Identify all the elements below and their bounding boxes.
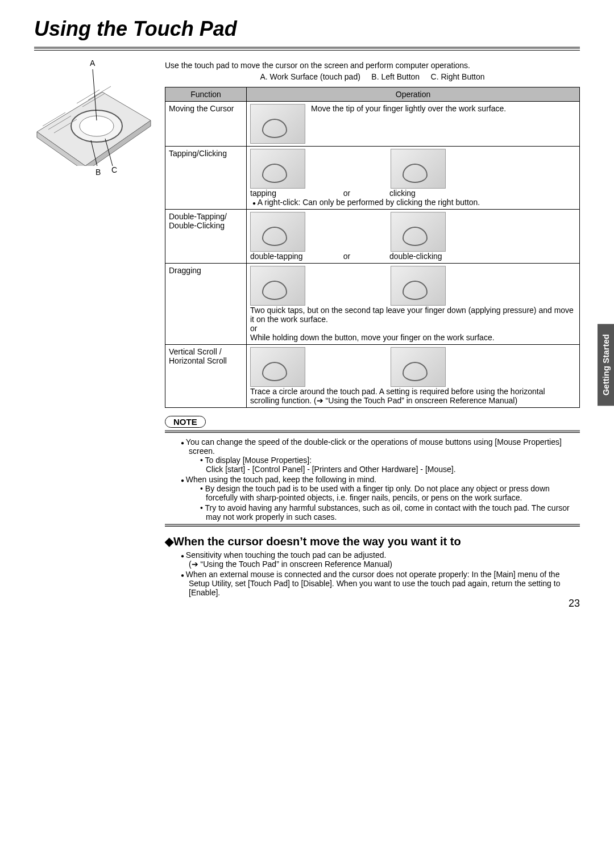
func-cell: Dragging	[165, 264, 247, 345]
diagram-label-c: C	[111, 165, 117, 174]
table-row: Double-Tapping/ Double-Clicking double-t…	[165, 210, 580, 264]
note-subitem: By design the touch pad is to be used wi…	[200, 484, 580, 502]
note-subitem: Try to avoid having any harmful substanc…	[200, 503, 580, 521]
note-text: Click [start] - [Control Panel] - [Print…	[206, 465, 456, 474]
legend-b: B. Left Button	[371, 72, 420, 81]
or-text: or	[310, 252, 384, 261]
note-item: When using the touch pad, keep the follo…	[181, 475, 580, 521]
op-cell: Trace a circle around the touch pad. A s…	[247, 345, 580, 408]
sub-item: When an external mouse is connected and …	[181, 570, 580, 597]
page-title: Using the Touch Pad	[34, 17, 580, 41]
function-table: Function Operation Moving the Cursor Mov…	[165, 87, 580, 408]
th-operation: Operation	[247, 87, 580, 102]
touchpad-thumb	[391, 347, 446, 387]
sub-ref: (➔ “Using the Touch Pad” in onscreen Ref…	[189, 560, 392, 569]
diagram-label-a: A	[90, 59, 95, 68]
table-row: Moving the Cursor Move the tip of your f…	[165, 102, 580, 147]
note-rule	[165, 524, 580, 527]
note-list: You can change the speed of the double-c…	[181, 437, 580, 521]
touchpad-thumb	[250, 149, 305, 189]
th-function: Function	[165, 87, 247, 102]
touchpad-thumb	[250, 266, 305, 306]
op-desc: While holding down the button, move your…	[250, 333, 576, 342]
title-underline	[34, 47, 580, 51]
op-cell: double-tapping or double-clicking	[247, 210, 580, 264]
table-row: Tapping/Clicking tapping or clicking A r…	[165, 147, 580, 210]
or-text: or	[250, 324, 576, 333]
op-cell: Move the tip of your finger lightly over…	[247, 102, 580, 147]
caption: double-clicking	[389, 252, 443, 261]
legend-a: A. Work Surface (touch pad)	[260, 72, 360, 81]
touchpad-thumb	[391, 266, 446, 306]
note-subitem: To display [Mouse Properties]: Click [st…	[200, 456, 580, 474]
touchpad-thumb	[391, 212, 446, 252]
right-click-note: A right-click: Can only be performed by …	[250, 198, 576, 207]
page-number: 23	[569, 598, 580, 610]
touchpad-svg	[34, 69, 154, 166]
func-cell: Double-Tapping/ Double-Clicking	[165, 210, 247, 264]
note-item: You can change the speed of the double-c…	[181, 437, 580, 474]
note-label: NOTE	[165, 416, 206, 428]
intro-text: Use the touch pad to move the cursor on …	[165, 61, 580, 70]
caption: clicking	[389, 189, 443, 198]
note-rule	[165, 430, 580, 433]
sub-item: Sensitivity when touching the touch pad …	[181, 550, 580, 569]
op-cell: tapping or clicking A right-click: Can o…	[247, 147, 580, 210]
sub-heading: When the cursor doesn’t move the way you…	[165, 535, 580, 548]
op-desc: Two quick taps, but on the second tap le…	[250, 306, 576, 324]
note-text: You can change the speed of the double-c…	[186, 437, 562, 456]
caption: tapping	[250, 189, 304, 198]
op-desc: Trace a circle around the touch pad. A s…	[250, 387, 576, 405]
side-tab: Getting Started	[598, 324, 614, 406]
op-cell: Two quick taps, but on the second tap le…	[247, 264, 580, 345]
touchpad-thumb	[250, 212, 305, 252]
func-cell: Vertical Scroll / Horizontal Scroll	[165, 345, 247, 408]
note-text: When using the touch pad, keep the follo…	[186, 475, 376, 484]
func-cell: Tapping/Clicking	[165, 147, 247, 210]
op-desc: Move the tip of your finger lightly over…	[311, 104, 506, 113]
sub-text: Sensitivity when touching the touch pad …	[186, 550, 387, 560]
table-row: Dragging Two quick taps, but on the seco…	[165, 264, 580, 345]
table-row: Vertical Scroll / Horizontal Scroll Trac…	[165, 345, 580, 408]
touchpad-diagram: A B C	[34, 61, 154, 598]
touchpad-thumb	[250, 347, 305, 387]
diagram-label-b: B	[96, 168, 101, 177]
legend-c: C. Right Button	[431, 72, 485, 81]
touchpad-thumb	[250, 104, 305, 144]
or-text: or	[310, 189, 384, 198]
func-cell: Moving the Cursor	[165, 102, 247, 147]
legend-line: A. Work Surface (touch pad) B. Left Butt…	[165, 72, 580, 81]
caption: double-tapping	[250, 252, 304, 261]
touchpad-thumb	[391, 149, 446, 189]
sub-list: Sensitivity when touching the touch pad …	[181, 550, 580, 597]
note-text: To display [Mouse Properties]:	[205, 456, 312, 465]
